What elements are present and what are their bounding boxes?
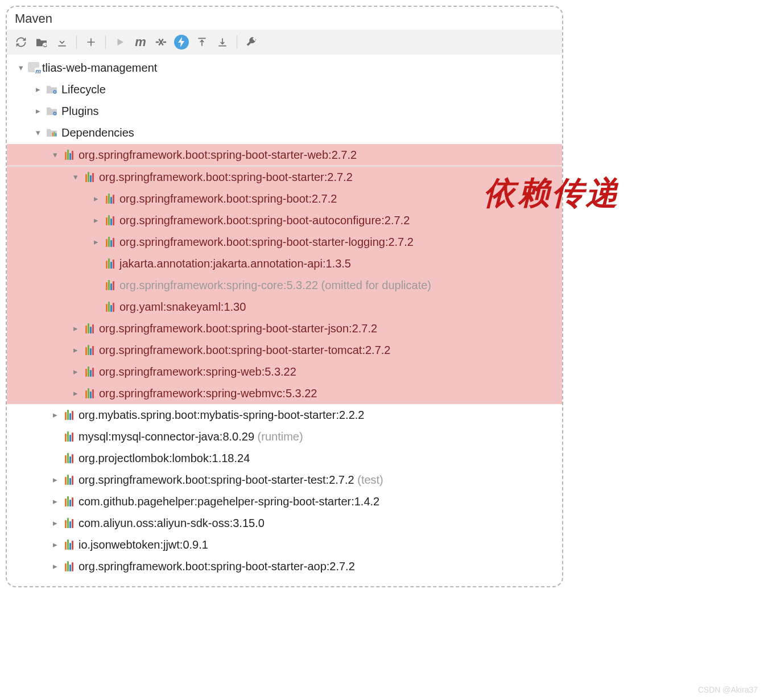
library-icon [61,518,76,528]
tree-node-dependency[interactable]: ▸org.springframework:spring-web:5.3.22 [7,361,562,382]
chevron-right-icon[interactable]: ▸ [69,323,82,333]
chevron-right-icon[interactable]: ▸ [69,345,82,355]
tree-node-dependency[interactable]: ▸com.aliyun.oss:aliyun-sdk-oss:3.15.0 [7,512,562,534]
library-icon [61,431,76,442]
tree-node-dependencies[interactable]: ▾ Dependencies [7,122,562,143]
tree-node-dependency[interactable]: ▸org.springframework.boot:spring-boot:2.… [7,188,562,209]
chevron-down-icon[interactable]: ▾ [49,150,61,160]
run-icon[interactable] [110,33,130,51]
node-label: org.springframework.boot:spring-boot-sta… [99,322,377,335]
node-label: org.projectlombok:lombok:1.18.24 [79,452,250,465]
tree-node-dependency[interactable]: ▸org.springframework.boot:spring-boot-au… [7,209,562,231]
tree-node-dependency[interactable]: ▸org.springframework.boot:spring-boot-st… [7,231,562,253]
tree-node-dependency[interactable]: ▸org.springframework.boot:spring-boot-st… [7,318,562,339]
tree-node-dependency[interactable]: ▾ org.springframework.boot:spring-boot-s… [7,166,562,188]
tree-node-dependency[interactable]: ▾ org.springframework.boot:spring-boot-s… [7,144,562,166]
chevron-right-icon[interactable]: ▸ [49,496,61,507]
node-label: org.mybatis.spring.boot:mybatis-spring-b… [79,409,364,422]
chevron-right-icon[interactable]: ▸ [69,367,82,377]
panel-title: Maven [7,7,562,30]
tree-node-dependency[interactable]: ▸org.projectlombok:lombok:1.18.24 [7,447,562,469]
toolbar-separator [105,35,106,49]
tree-node-dependency[interactable]: ▸mysql:mysql-connector-java:8.0.29 (runt… [7,426,562,447]
node-label: org.springframework.boot:spring-boot-aut… [119,214,410,227]
node-label: org.yaml:snakeyaml:1.30 [119,300,246,314]
bolt-icon[interactable] [172,33,191,51]
tree-node-dependency[interactable]: ▸org.springframework:spring-core:5.3.22 … [7,274,562,296]
svg-rect-7 [55,133,56,136]
refresh-icon[interactable] [11,33,31,51]
chevron-right-icon[interactable]: ▸ [90,215,102,225]
settings-icon[interactable] [242,33,261,51]
chevron-right-icon[interactable]: ▸ [90,193,102,204]
library-icon [102,258,117,269]
library-icon [102,193,117,204]
download-icon[interactable] [52,33,72,51]
library-icon [61,496,76,507]
tree-node-plugins[interactable]: ▸ Plugins [7,100,562,122]
tree-node-dependency[interactable]: ▸org.mybatis.spring.boot:mybatis-spring-… [7,404,562,426]
node-label: org.springframework:spring-web:5.3.22 [99,365,296,378]
chevron-right-icon[interactable]: ▸ [32,106,44,116]
chevron-right-icon[interactable]: ▸ [49,410,61,420]
library-icon [82,388,97,398]
tree-node-dependency[interactable]: ▸com.github.pagehelper:pagehelper-spring… [7,491,562,512]
node-label: io.jsonwebtoken:jjwt:0.9.1 [79,538,208,551]
generate-sources-icon[interactable] [32,33,51,51]
chevron-down-icon[interactable]: ▾ [15,63,27,73]
node-label: Lifecycle [61,83,106,96]
skip-tests-icon[interactable] [151,33,171,51]
node-label: com.github.pagehelper:pagehelper-spring-… [79,495,379,508]
library-icon [61,150,76,160]
node-label: org.springframework:spring-core:5.3.22 (… [119,279,431,292]
node-label: mysql:mysql-connector-java:8.0.29 (runti… [79,430,303,443]
tree-node-dependency[interactable]: ▸io.jsonwebtoken:jjwt:0.9.1 [7,534,562,555]
m-icon[interactable]: m [131,33,150,51]
library-icon [61,540,76,550]
chevron-down-icon[interactable]: ▾ [32,127,44,138]
node-label: org.springframework.boot:spring-boot-sta… [99,171,353,184]
chevron-right-icon[interactable]: ▸ [49,475,61,485]
node-label: org.springframework.boot:spring-boot-sta… [79,149,357,162]
node-label: org.springframework.boot:spring-boot-sta… [119,236,414,249]
library-icon [61,561,76,571]
chevron-down-icon[interactable]: ▾ [69,172,82,182]
node-label: com.aliyun.oss:aliyun-sdk-oss:3.15.0 [79,517,265,530]
svg-rect-5 [52,133,53,136]
dependency-tree: ▾ m tlias-web-management ▸ Lifecycle ▸ P… [7,55,562,586]
library-icon [102,280,117,290]
tree-node-dependency[interactable]: ▸org.springframework.boot:spring-boot-st… [7,555,562,577]
tree-node-project[interactable]: ▾ m tlias-web-management [7,57,562,79]
node-label: org.springframework.boot:spring-boot-sta… [79,473,383,487]
tree-node-dependency[interactable]: ▸org.springframework.boot:spring-boot-st… [7,339,562,361]
node-label: org.springframework:spring-webmvc:5.3.22 [99,387,317,400]
tree-node-dependency[interactable]: ▸org.springframework.boot:spring-boot-st… [7,469,562,491]
node-label: Plugins [61,105,99,118]
folder-library-icon [44,127,59,138]
toolbar-separator [237,35,237,49]
tree-node-dependency[interactable]: ▸jakarta.annotation:jakarta.annotation-a… [7,253,562,274]
tree-node-dependency[interactable]: ▸org.yaml:snakeyaml:1.30 [7,296,562,318]
library-icon [102,302,117,312]
chevron-right-icon[interactable]: ▸ [90,237,102,247]
library-icon [102,215,117,225]
chevron-right-icon[interactable]: ▸ [49,561,61,571]
collapse-all-icon[interactable] [213,33,232,51]
node-label: Dependencies [61,126,134,139]
annotation-text: 依赖传递 [484,172,620,215]
chevron-right-icon[interactable]: ▸ [49,540,61,550]
chevron-right-icon[interactable]: ▸ [32,84,44,94]
library-icon [82,367,97,377]
tree-node-lifecycle[interactable]: ▸ Lifecycle [7,79,562,100]
library-icon [61,410,76,420]
folder-gear-icon [44,106,59,116]
expand-all-icon[interactable] [192,33,212,51]
node-label: org.springframework.boot:spring-boot:2.7… [119,192,337,205]
tree-node-dependency[interactable]: ▸org.springframework:spring-webmvc:5.3.2… [7,382,562,404]
chevron-right-icon[interactable]: ▸ [69,388,82,398]
add-icon[interactable] [81,33,101,51]
chevron-right-icon[interactable]: ▸ [49,518,61,528]
library-icon [82,323,97,333]
node-label: org.springframework.boot:spring-boot-sta… [79,560,355,573]
library-icon [61,475,76,485]
